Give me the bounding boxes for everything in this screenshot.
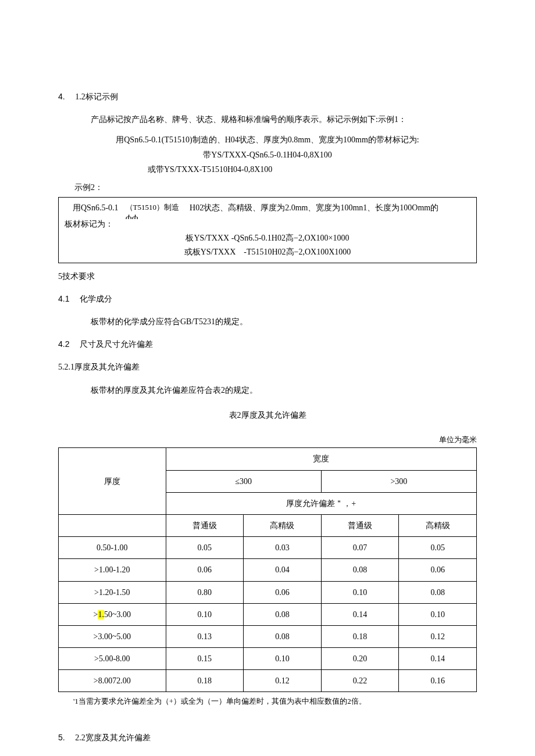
section-number-2: 2.2 <box>75 733 85 742</box>
section-number: 4.2 <box>58 339 69 349</box>
cell-value: 0.18 <box>321 625 399 647</box>
cell-value: 0.80 <box>166 581 244 603</box>
table-row: >5.00-8.000.150.100.200.14 <box>59 648 477 670</box>
document-page: 4. 1.2标记示例 产品标记按产品名称、牌号、状态、规格和标准编号的顺序表示。… <box>0 0 535 756</box>
example2-col3: H02状态、高精级、厚度为2.0mm、宽度为100mn1、长度为100Omm的 <box>190 201 470 215</box>
cell-value: 0.10 <box>244 648 322 670</box>
th-high: 高精级 <box>399 514 477 536</box>
heading-4-2: 4.2 尺寸及尺寸允许偏差 <box>58 337 477 352</box>
cell-value: 0.06 <box>399 559 477 581</box>
cell-thickness: 0.50-1.00 <box>59 537 166 559</box>
example2-label: 示例2： <box>74 180 477 195</box>
cell-value: 0.05 <box>166 537 244 559</box>
table-row: 0.50-1.000.050.030.070.05 <box>59 537 477 559</box>
cell-thickness: >8.0072.00 <box>59 670 166 692</box>
cell-value: 0.04 <box>244 559 322 581</box>
cell-value: 0.14 <box>399 648 477 670</box>
example1-line2: 带YS/TXXX-QSn6.5-0.1H04-0,8X100 <box>58 148 477 162</box>
table-row: >1.50~3.000.100.080.140.10 <box>59 603 477 625</box>
th-gt300: >300 <box>321 470 476 492</box>
cell-value: 0.05 <box>399 537 477 559</box>
table-row: >3.00~5.000.130.080.180.12 <box>59 625 477 647</box>
cell-value: 0.13 <box>166 625 244 647</box>
table-row: >1.00-1.200.060.040.080.06 <box>59 559 477 581</box>
th-width: 宽度 <box>166 448 476 470</box>
example1-line3: 或带YS/TXXX-T51510H04-0,8X100 <box>58 162 477 177</box>
section-number-2: 1.2 <box>75 92 85 101</box>
heading-5: 5技术要求 <box>58 269 477 284</box>
example2-center1: 板YS/TXXX -QSn6.5-0.1H02高−2,OX100×1000 <box>65 231 470 245</box>
table-row: 厚度 宽度 <box>59 448 477 470</box>
cell-value: 0.10 <box>166 603 244 625</box>
cell-value: 0.15 <box>166 648 244 670</box>
example1-line1: 用QSn6.5-0.1(T51510)制造的、H04状态、厚度为0.8mm、宽度… <box>58 132 477 147</box>
table-row: >8.0072.000.180.120.220.16 <box>59 670 477 692</box>
table2-unit: 单位为毫米 <box>58 433 477 446</box>
heading-text: 标记示例 <box>85 92 118 101</box>
cell-value: 0.08 <box>321 559 399 581</box>
example2-box: 用QSn6.5-0.1 （T51510）制造 ሐሐ H02状态、高精级、厚度为2… <box>58 197 477 263</box>
th-thickness: 厚度 <box>59 448 166 515</box>
example2-col2b: ሐሐ <box>126 210 179 223</box>
th-normal: 普通级 <box>321 514 399 536</box>
section-number: 4. <box>58 92 65 101</box>
cell-value: 0.12 <box>244 670 322 692</box>
heading-5-2-2: 5. 2.2宽度及其允许偏差 <box>58 730 477 745</box>
heading-4-1: 4.1 化学成分 <box>58 292 477 306</box>
example2-col1: 用QSn6.5-0.1 <box>65 201 119 215</box>
cell-value: 0.22 <box>321 670 399 692</box>
cell-value: 0.20 <box>321 648 399 670</box>
section-number: 5. <box>58 733 65 742</box>
table2-caption: 表2厚度及其允许偏差 <box>58 408 477 422</box>
cell-value: 0.06 <box>244 581 322 603</box>
body-4-1: 板带材的化学成分应符合GB/T5231的规定。 <box>74 314 477 329</box>
heading-text: 尺寸及尺寸允许偏差 <box>80 340 153 349</box>
cell-value: 0.14 <box>321 603 399 625</box>
cell-thickness: >1.00-1.20 <box>59 559 166 581</box>
example2-center2: 或板YS/TXXX -T51510H02高−2,OX100X1000 <box>65 245 470 259</box>
table-row: >1.20-1.500.800.060.100.08 <box>59 581 477 603</box>
cell-value: 0.08 <box>244 625 322 647</box>
heading-5-2-1: 5.2.1厚度及其允许偏差 <box>58 360 477 374</box>
th-empty <box>59 514 166 536</box>
cell-thickness: >5.00-8.00 <box>59 648 166 670</box>
cell-value: 0.07 <box>321 537 399 559</box>
table2-footnote: '1当需方要求允许偏差全为（+）或全为（一）单向偏差时，其值为表中相应数值的2倍… <box>73 694 477 708</box>
heading-text: 宽度及其允许偏差 <box>85 733 151 742</box>
heading-text: 化学成分 <box>80 295 112 303</box>
intro-paragraph: 产品标记按产品名称、牌号、状态、规格和标准编号的顺序表示。标记示例如下:示例1： <box>74 112 477 127</box>
cell-thickness: >1.50~3.00 <box>59 603 166 625</box>
cell-value: 0.18 <box>166 670 244 692</box>
cell-value: 0.03 <box>244 537 322 559</box>
cell-value: 0.08 <box>399 581 477 603</box>
heading-4-1-2: 4. 1.2标记示例 <box>58 89 477 104</box>
cell-value: 0.16 <box>399 670 477 692</box>
th-allow: 厚度允许偏差＂，+ <box>166 492 476 514</box>
th-normal: 普通级 <box>166 514 244 536</box>
th-le300: ≤300 <box>166 470 321 492</box>
tolerance-table: 厚度 宽度 ≤300 >300 厚度允许偏差＂，+ 普通级 高精级 普通级 高精… <box>58 447 477 692</box>
cell-value: 0.10 <box>399 603 477 625</box>
section-number: 4.1 <box>58 294 69 303</box>
cell-value: 0.06 <box>166 559 244 581</box>
tolerance-table-body: 0.50-1.000.050.030.070.05>1.00-1.200.060… <box>59 537 477 692</box>
example2-col2: （T51510）制造 ሐሐ <box>126 201 179 223</box>
body-5-2-2: 板材的宽度及宽度允许偏差应符合表3的规定，带材的宽度及宽度允许偏差应符合表4的规… <box>74 753 477 756</box>
cell-thickness: >1.20-1.50 <box>59 581 166 603</box>
body-5-2-1: 板带材的厚度及其允许偏差应符合表2的规定。 <box>74 383 477 397</box>
cell-thickness: >3.00~5.00 <box>59 625 166 647</box>
cell-value: 0.10 <box>321 581 399 603</box>
cell-value: 0.08 <box>244 603 322 625</box>
table-row: 普通级 高精级 普通级 高精级 <box>59 514 477 536</box>
th-high: 高精级 <box>244 514 322 536</box>
cell-value: 0.12 <box>399 625 477 647</box>
